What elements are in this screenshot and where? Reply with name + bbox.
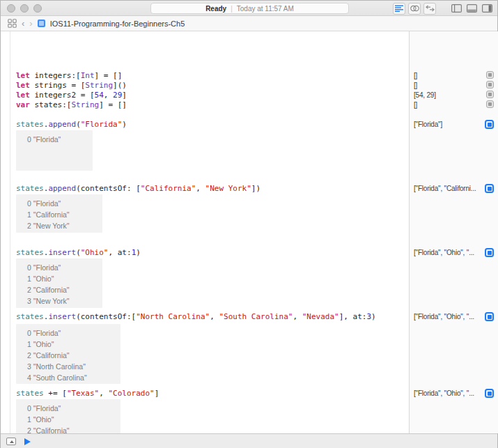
window-minimize-button[interactable] [20,4,29,13]
code-line[interactable]: let strings = [String]() [16,81,127,90]
title-bar: Ready | Today at 11:57 AM [1,1,497,16]
related-items-icon[interactable] [8,19,17,28]
sidebar-result-value: ["Florida", "Ohio", "... [414,248,474,258]
inline-result-row: 0 "Florida" [16,327,120,339]
sidebar-result-value: [] [414,71,417,81]
inline-result-box[interactable]: 0 "Florida"1 "Ohio"2 "California"3 "Nort… [16,399,120,433]
show-result-button[interactable] [485,389,494,398]
show-result-button[interactable] [486,81,494,88]
sidebar-result-value: ["Florida", "Californi... [414,184,476,194]
status-separator: | [231,5,233,13]
code-line[interactable]: states.append(contentsOf: ["California",… [16,184,260,193]
console-toggle-icon[interactable] [6,438,16,445]
jump-bar-filename[interactable]: IOS11-Programming-for-Beginners-Ch5 [50,20,185,28]
inline-result-row: 1 "Ohio" [16,339,120,350]
xcode-playground-window: Ready | Today at 11:57 AM [0,0,498,448]
show-result-button[interactable] [486,71,494,79]
inline-result-row: 1 "Ohio" [16,273,102,284]
jump-bar: ‹ › IOS11-Programming-for-Beginners-Ch5 [1,16,497,31]
code-line[interactable]: let integers2 = [54, 29] [16,91,127,100]
left-pane-icon [451,4,462,13]
utilities-toggle-button[interactable] [481,3,493,15]
sidebar-result-row: ["Florida"] [414,120,496,130]
inline-result-box[interactable]: 0 "Florida"1 "Ohio"2 "California"3 "Nort… [16,324,120,384]
breakpoint-gutter[interactable] [1,31,10,433]
sidebar-result-row: ["Florida", "Californi... [414,184,496,194]
inline-result-row: 2 "California" [16,284,102,295]
inline-result-row: 0 "Florida" [16,198,102,209]
sidebar-result-value: [] [414,81,417,91]
sidebar-result-value: ["Florida"] [414,120,442,130]
assistant-circles-icon [410,5,419,12]
inline-result-row: 1 "California" [16,209,102,220]
inline-result-box[interactable]: 0 "Florida" [16,130,93,171]
sidebar-result-value: ["Florida", "Ohio", "... [414,389,474,399]
sidebar-result-row: ["Florida", "Ohio", "... [414,248,496,258]
inline-result-row: 2 "New York" [16,220,102,231]
panel-toggle-group [450,2,493,15]
source-editor[interactable]: let integers:[Int] = []let strings = [St… [10,31,409,433]
version-arrows-icon [426,5,435,12]
forward-button[interactable]: › [29,19,32,28]
show-result-button[interactable] [486,91,494,98]
sidebar-result-row: [] [414,100,496,111]
code-line[interactable]: let integers:[Int] = [] [16,71,122,80]
code-line[interactable]: states.insert(contentsOf:["North Carolin… [16,312,376,321]
back-button[interactable]: ‹ [22,19,24,28]
inline-result-box[interactable]: 0 "Florida"1 "California"2 "New York" [16,194,102,233]
right-pane-icon [482,4,492,13]
sidebar-result-row: ["Florida", "Ohio", "... [414,312,496,323]
sidebar-result-row: [] [414,71,496,82]
editor-lines-icon [395,5,403,12]
show-result-button[interactable] [485,120,494,129]
show-result-button[interactable] [485,312,494,321]
window-close-button[interactable] [7,4,15,13]
code-line[interactable]: states.append("Florida") [16,120,127,129]
show-result-button[interactable] [486,100,494,108]
inline-result-row: 2 "California" [16,350,120,361]
sidebar-result-value: [] [414,100,417,110]
status-ready-text: Ready [205,5,226,13]
inline-result-row: 2 "California" [16,425,120,433]
inline-result-row: 3 "North Carolina" [16,361,120,372]
inline-result-row: 0 "Florida" [16,403,120,414]
bottom-bar [1,433,497,448]
show-result-button[interactable] [485,184,494,193]
assistant-editor-button[interactable] [408,3,421,15]
inline-result-row: 4 "South Carolina" [16,372,120,383]
inline-result-row: 3 "New York" [16,295,102,307]
sidebar-result-row: [] [414,81,496,91]
run-playground-button[interactable] [24,438,31,445]
sidebar-result-value: ["Florida", "Ohio", "... [414,312,474,322]
inline-result-row: 0 "Florida" [16,134,93,145]
show-result-button[interactable] [485,248,494,257]
sidebar-result-row: ["Florida", "Ohio", "... [414,389,496,399]
version-editor-button[interactable] [423,3,436,15]
inline-result-row: 1 "Ohio" [16,414,120,425]
playground-file-icon [38,20,45,27]
code-line[interactable]: var states:[String] = [] [16,100,127,109]
code-line[interactable]: states.insert("Ohio", at:1) [16,248,141,257]
bottom-pane-icon [467,4,477,13]
results-sidebar: [][][54, 29][]["Florida"]["Florida", "Ca… [409,31,498,433]
debug-area-toggle-button[interactable] [465,3,478,15]
editor-mode-group [393,2,436,15]
window-zoom-button[interactable] [33,4,42,13]
navigator-toggle-button[interactable] [450,3,462,15]
standard-editor-button[interactable] [393,3,405,15]
activity-status-bar: Ready | Today at 11:57 AM [150,3,349,14]
sidebar-result-value: [54, 29] [414,91,436,100]
inline-result-row: 0 "Florida" [16,262,102,273]
inline-result-box[interactable]: 0 "Florida"1 "Ohio"2 "California"3 "New … [16,258,102,308]
code-line[interactable]: states += ["Texas", "Colorado"] [16,389,159,398]
status-time-text: Today at 11:57 AM [237,5,294,13]
editor-area: let integers:[Int] = []let strings = [St… [1,31,498,433]
sidebar-result-row: [54, 29] [414,91,496,101]
